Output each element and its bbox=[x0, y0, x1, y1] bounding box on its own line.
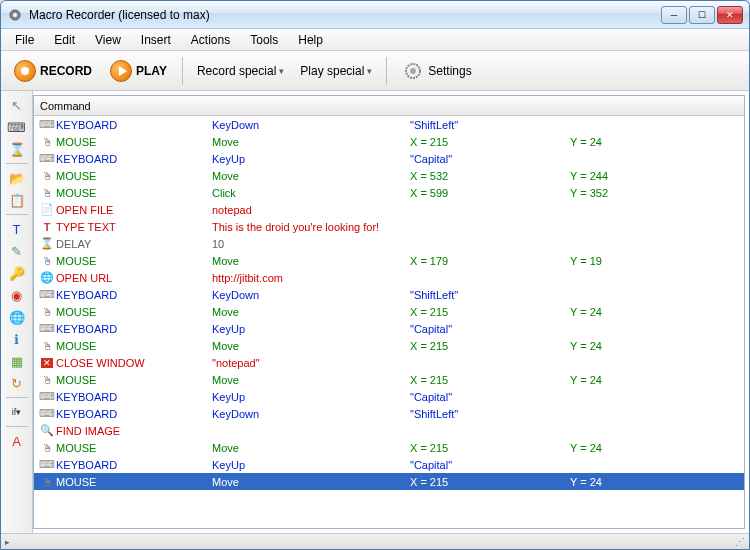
mouse-icon: 🖱 bbox=[38, 474, 56, 490]
refresh-icon[interactable]: ↻ bbox=[5, 373, 29, 393]
globe-icon[interactable]: 🌐 bbox=[5, 307, 29, 327]
command-row[interactable]: 🔍FIND IMAGE bbox=[34, 422, 744, 439]
cmd-name: OPEN URL bbox=[56, 272, 212, 284]
grid-header[interactable]: Command bbox=[34, 96, 744, 116]
text-icon[interactable]: T bbox=[5, 219, 29, 239]
cmd-arg2: X = 179 bbox=[410, 255, 570, 267]
cmd-name: CLOSE WINDOW bbox=[56, 357, 212, 369]
keyboard-icon: ⌨ bbox=[38, 287, 56, 303]
stop-icon[interactable]: ◉ bbox=[5, 285, 29, 305]
command-row[interactable]: TTYPE TEXTThis is the droid you're looki… bbox=[34, 218, 744, 235]
svg-point-1 bbox=[13, 13, 17, 17]
cmd-name: KEYBOARD bbox=[56, 119, 212, 131]
command-row[interactable]: ⌨KEYBOARDKeyUp"Capital" bbox=[34, 388, 744, 405]
menu-help[interactable]: Help bbox=[288, 30, 333, 50]
statusbar: ▸ ⋰ bbox=[1, 533, 749, 549]
command-row[interactable]: 🖱MOUSEMoveX = 215Y = 24 bbox=[34, 133, 744, 150]
titlebar[interactable]: Macro Recorder (licensed to max) ─ ☐ ✕ bbox=[1, 1, 749, 29]
menu-insert[interactable]: Insert bbox=[131, 30, 181, 50]
copy-icon[interactable]: 📋 bbox=[5, 190, 29, 210]
menu-view[interactable]: View bbox=[85, 30, 131, 50]
keyboard-icon[interactable]: ⌨ bbox=[5, 117, 29, 137]
command-row[interactable]: 🖱MOUSEMoveX = 532Y = 244 bbox=[34, 167, 744, 184]
cmd-arg1: "notepad" bbox=[212, 357, 410, 369]
cmd-name: MOUSE bbox=[56, 374, 212, 386]
keyboard-icon: ⌨ bbox=[38, 389, 56, 405]
command-row[interactable]: 🖱MOUSEMoveX = 215Y = 24 bbox=[34, 473, 744, 490]
cmd-arg2: "ShiftLeft" bbox=[410, 408, 570, 420]
command-row[interactable]: 📄OPEN FILEnotepad bbox=[34, 201, 744, 218]
command-row[interactable]: 🖱MOUSEMoveX = 215Y = 24 bbox=[34, 371, 744, 388]
toolbar-separator bbox=[182, 57, 183, 85]
cmd-arg3: Y = 24 bbox=[570, 306, 744, 318]
minimize-button[interactable]: ─ bbox=[661, 6, 687, 24]
close-button[interactable]: ✕ bbox=[717, 6, 743, 24]
cmd-arg1: Move bbox=[212, 306, 410, 318]
cmd-arg2: X = 215 bbox=[410, 442, 570, 454]
status-collapse-icon[interactable]: ▸ bbox=[5, 537, 10, 547]
menu-file[interactable]: File bbox=[5, 30, 44, 50]
cmd-arg1: KeyUp bbox=[212, 391, 410, 403]
cmd-name: MOUSE bbox=[56, 306, 212, 318]
keyboard-icon: ⌨ bbox=[38, 117, 56, 133]
app-window: Macro Recorder (licensed to max) ─ ☐ ✕ F… bbox=[0, 0, 750, 550]
cmd-arg2: "Capital" bbox=[410, 391, 570, 403]
cmd-name: MOUSE bbox=[56, 187, 212, 199]
toolbox-separator bbox=[6, 426, 28, 427]
grid-body[interactable]: ⌨KEYBOARDKeyDown"ShiftLeft"🖱MOUSEMoveX =… bbox=[34, 116, 744, 528]
command-row[interactable]: ⌨KEYBOARDKeyUp"Capital" bbox=[34, 456, 744, 473]
play-icon bbox=[110, 60, 132, 82]
cmd-arg1: Move bbox=[212, 442, 410, 454]
menu-tools[interactable]: Tools bbox=[240, 30, 288, 50]
command-row[interactable]: 🖱MOUSEClickX = 599Y = 352 bbox=[34, 184, 744, 201]
cmd-name: MOUSE bbox=[56, 136, 212, 148]
play-special-dropdown[interactable]: Play special bbox=[294, 61, 378, 81]
command-row[interactable]: ⌨KEYBOARDKeyDown"ShiftLeft" bbox=[34, 286, 744, 303]
toolbar-separator bbox=[386, 57, 387, 85]
mouse-icon: 🖱 bbox=[38, 372, 56, 388]
cmd-arg3: Y = 244 bbox=[570, 170, 744, 182]
cmd-arg3: Y = 24 bbox=[570, 374, 744, 386]
command-row[interactable]: ⌨KEYBOARDKeyUp"Capital" bbox=[34, 150, 744, 167]
record-special-dropdown[interactable]: Record special bbox=[191, 61, 290, 81]
cmd-name: MOUSE bbox=[56, 340, 212, 352]
app-icon[interactable]: ▦ bbox=[5, 351, 29, 371]
hourglass-icon[interactable]: ⌛ bbox=[5, 139, 29, 159]
cmd-arg1: http://jitbit.com bbox=[212, 272, 410, 284]
command-row[interactable]: ✕CLOSE WINDOW"notepad" bbox=[34, 354, 744, 371]
letter-icon[interactable]: A bbox=[5, 431, 29, 451]
command-row[interactable]: 🖱MOUSEMoveX = 215Y = 24 bbox=[34, 303, 744, 320]
command-row[interactable]: 🖱MOUSEMoveX = 179Y = 19 bbox=[34, 252, 744, 269]
cmd-arg1: Move bbox=[212, 255, 410, 267]
menu-actions[interactable]: Actions bbox=[181, 30, 240, 50]
command-row[interactable]: ⌛DELAY10 bbox=[34, 235, 744, 252]
record-button[interactable]: RECORD bbox=[7, 56, 99, 86]
mouse-icon: 🖱 bbox=[38, 185, 56, 201]
window-title: Macro Recorder (licensed to max) bbox=[29, 8, 661, 22]
if-icon[interactable]: if▾ bbox=[5, 402, 29, 422]
cmd-arg3: Y = 24 bbox=[570, 476, 744, 488]
command-row[interactable]: 🖱MOUSEMoveX = 215Y = 24 bbox=[34, 337, 744, 354]
wand-icon[interactable]: ✎ bbox=[5, 241, 29, 261]
keyboard-icon: ⌨ bbox=[38, 151, 56, 167]
cmd-arg2: X = 215 bbox=[410, 476, 570, 488]
open-icon[interactable]: 📂 bbox=[5, 168, 29, 188]
cmd-name: OPEN FILE bbox=[56, 204, 212, 216]
command-row[interactable]: 🌐OPEN URLhttp://jitbit.com bbox=[34, 269, 744, 286]
info-icon[interactable]: ℹ bbox=[5, 329, 29, 349]
command-row[interactable]: ⌨KEYBOARDKeyDown"ShiftLeft" bbox=[34, 405, 744, 422]
key-icon[interactable]: 🔑 bbox=[5, 263, 29, 283]
resize-grip[interactable]: ⋰ bbox=[735, 536, 745, 547]
play-button[interactable]: PLAY bbox=[103, 56, 174, 86]
settings-button[interactable]: Settings bbox=[395, 56, 478, 86]
command-row[interactable]: ⌨KEYBOARDKeyUp"Capital" bbox=[34, 320, 744, 337]
cmd-arg2: X = 599 bbox=[410, 187, 570, 199]
menu-edit[interactable]: Edit bbox=[44, 30, 85, 50]
maximize-button[interactable]: ☐ bbox=[689, 6, 715, 24]
cursor-icon[interactable]: ↖ bbox=[5, 95, 29, 115]
command-row[interactable]: ⌨KEYBOARDKeyDown"ShiftLeft" bbox=[34, 116, 744, 133]
cmd-arg1: KeyUp bbox=[212, 323, 410, 335]
menubar: File Edit View Insert Actions Tools Help bbox=[1, 29, 749, 51]
cmd-arg3: Y = 24 bbox=[570, 442, 744, 454]
command-row[interactable]: 🖱MOUSEMoveX = 215Y = 24 bbox=[34, 439, 744, 456]
